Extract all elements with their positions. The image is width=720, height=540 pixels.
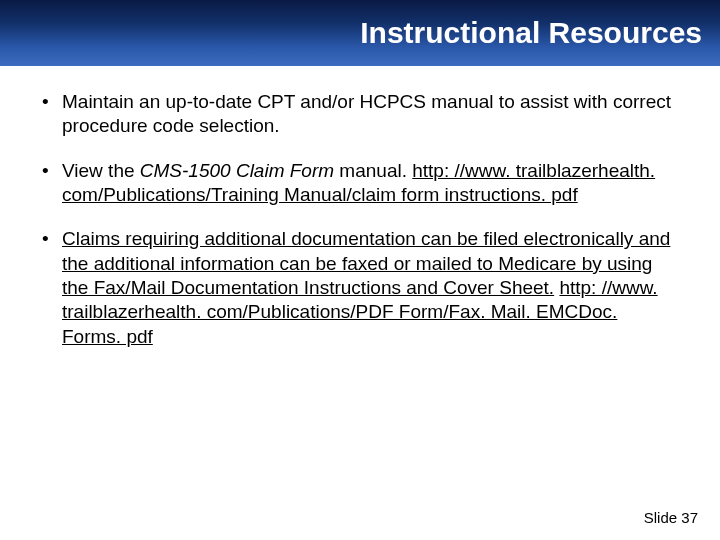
bullet-list: Maintain an up-to-date CPT and/or HCPCS …: [40, 90, 680, 349]
slide-content: Maintain an up-to-date CPT and/or HCPCS …: [0, 66, 720, 349]
slide-title: Instructional Resources: [360, 16, 702, 50]
bullet-item: Claims requiring additional documentatio…: [40, 227, 680, 349]
bullet-text-pre: View the: [62, 160, 140, 181]
bullet-text-post: manual.: [334, 160, 412, 181]
slide-number: Slide 37: [644, 509, 698, 526]
bullet-item: Maintain an up-to-date CPT and/or HCPCS …: [40, 90, 680, 139]
bullet-text-italic: CMS-1500 Claim Form: [140, 160, 334, 181]
bullet-text: Maintain an up-to-date CPT and/or HCPCS …: [62, 91, 671, 136]
bullet-item: View the CMS-1500 Claim Form manual. htt…: [40, 159, 680, 208]
title-bar: Instructional Resources: [0, 0, 720, 66]
